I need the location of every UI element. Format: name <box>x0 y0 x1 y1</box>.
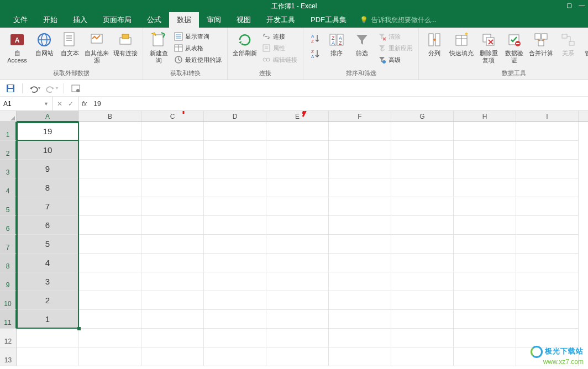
from-web-button[interactable]: 自网站 <box>32 30 56 58</box>
tab-formulas[interactable]: 公式 <box>139 12 169 28</box>
cell-H10[interactable] <box>454 291 516 310</box>
cell-E7[interactable] <box>266 235 329 254</box>
cell-B10[interactable] <box>79 291 141 310</box>
cell-B6[interactable] <box>79 216 141 235</box>
cell-D8[interactable] <box>204 254 266 272</box>
cell-G13[interactable] <box>391 347 454 366</box>
cell-G12[interactable] <box>391 329 454 347</box>
touch-mode-button[interactable] <box>70 82 82 94</box>
cell-E6[interactable] <box>266 216 329 235</box>
cell-C9[interactable] <box>141 272 204 291</box>
from-other-sources-button[interactable]: 自其他来源 <box>83 30 111 65</box>
cell-B8[interactable] <box>79 254 141 272</box>
cell-I10[interactable] <box>516 291 579 310</box>
cell-I7[interactable] <box>516 235 579 254</box>
tab-view[interactable]: 视图 <box>229 12 259 28</box>
cell-B2[interactable] <box>79 141 141 160</box>
undo-button[interactable]: ▾ <box>28 82 40 94</box>
existing-connections-button[interactable]: 现有连接 <box>112 30 139 58</box>
cell-B11[interactable] <box>79 310 141 329</box>
cell-A1[interactable]: 19 <box>17 122 79 141</box>
cell-F12[interactable] <box>329 329 391 347</box>
relationships-button[interactable]: 关系 <box>556 30 580 58</box>
cell-B12[interactable] <box>79 329 141 347</box>
row-header-1[interactable]: 1 <box>0 122 17 141</box>
text-to-columns-button[interactable]: 分列 <box>422 30 447 58</box>
cell-H7[interactable] <box>454 235 516 254</box>
cell-C13[interactable] <box>141 347 204 366</box>
tab-pdf-tools[interactable]: PDF工具集 <box>303 12 354 28</box>
cell-D1[interactable] <box>204 122 266 141</box>
cell-F4[interactable] <box>329 178 391 197</box>
tell-me-search[interactable]: 💡 告诉我您想要做什么... <box>354 12 437 28</box>
tab-review[interactable]: 审阅 <box>199 12 229 28</box>
minimize-icon[interactable]: — <box>579 2 585 9</box>
cell-H13[interactable] <box>454 347 516 366</box>
row-header-10[interactable]: 10 <box>0 291 17 310</box>
row-header-13[interactable]: 13 <box>0 347 17 366</box>
row-header-2[interactable]: 2 <box>0 141 17 160</box>
cell-E4[interactable] <box>266 178 329 197</box>
row-header-12[interactable]: 12 <box>0 329 17 347</box>
cell-I1[interactable] <box>516 122 579 141</box>
cell-A9[interactable]: 3 <box>17 272 79 291</box>
cell-C5[interactable] <box>141 197 204 216</box>
cell-F7[interactable] <box>329 235 391 254</box>
tab-home[interactable]: 开始 <box>35 12 65 28</box>
cell-B4[interactable] <box>79 178 141 197</box>
cell-F9[interactable] <box>329 272 391 291</box>
row-header-11[interactable]: 11 <box>0 310 17 329</box>
cell-G9[interactable] <box>391 272 454 291</box>
cell-F8[interactable] <box>329 254 391 272</box>
cell-A6[interactable]: 6 <box>17 216 79 235</box>
cell-D4[interactable] <box>204 178 266 197</box>
cell-I9[interactable] <box>516 272 579 291</box>
cell-H4[interactable] <box>454 178 516 197</box>
refresh-all-button[interactable]: 全部刷新 <box>231 30 259 58</box>
cell-A12[interactable] <box>17 329 79 347</box>
ribbon-display-icon[interactable]: ▢ <box>566 2 572 9</box>
cell-C4[interactable] <box>141 178 204 197</box>
cell-I2[interactable] <box>516 141 579 160</box>
cell-I11[interactable] <box>516 310 579 329</box>
tab-developer[interactable]: 开发工具 <box>259 12 303 28</box>
from-text-button[interactable]: 自文本 <box>57 30 82 58</box>
sort-ascending-button[interactable]: AZ <box>309 32 321 44</box>
advanced-filter-button[interactable]: 高级 <box>375 54 415 65</box>
cell-C7[interactable] <box>141 235 204 254</box>
column-header-I[interactable]: I <box>516 111 579 122</box>
accept-formula-button[interactable]: ✓ <box>68 100 74 108</box>
cell-A7[interactable]: 5 <box>17 235 79 254</box>
column-header-B[interactable]: B <box>79 111 141 122</box>
chevron-down-icon[interactable]: ▼ <box>44 101 49 107</box>
cell-H6[interactable] <box>454 216 516 235</box>
cell-C1[interactable] <box>141 122 204 141</box>
sort-button[interactable]: ZAAZ 排序 <box>324 30 349 58</box>
cell-C11[interactable] <box>141 310 204 329</box>
cell-H5[interactable] <box>454 197 516 216</box>
cell-E2[interactable] <box>266 141 329 160</box>
cell-E5[interactable] <box>266 197 329 216</box>
cell-A8[interactable]: 4 <box>17 254 79 272</box>
cell-G2[interactable] <box>391 141 454 160</box>
cell-D11[interactable] <box>204 310 266 329</box>
cell-E3[interactable] <box>266 160 329 178</box>
cell-I8[interactable] <box>516 254 579 272</box>
cell-I5[interactable] <box>516 197 579 216</box>
cell-H11[interactable] <box>454 310 516 329</box>
cell-C3[interactable] <box>141 160 204 178</box>
column-header-D[interactable]: D <box>204 111 266 122</box>
row-header-6[interactable]: 6 <box>0 216 17 235</box>
cell-D9[interactable] <box>204 272 266 291</box>
cell-D13[interactable] <box>204 347 266 366</box>
cell-F13[interactable] <box>329 347 391 366</box>
name-box[interactable]: A1 ▼ <box>0 97 53 110</box>
filter-button[interactable]: 筛选 <box>350 30 374 58</box>
data-validation-button[interactable]: 数据验证 <box>502 30 526 65</box>
recent-sources-button[interactable]: 最近使用的源 <box>172 54 224 65</box>
worksheet[interactable]: ABCDEFGHI 12345678910111213 191098765432… <box>0 111 588 369</box>
from-table-button[interactable]: 从表格 <box>172 43 224 54</box>
cell-D2[interactable] <box>204 141 266 160</box>
cell-E11[interactable] <box>266 310 329 329</box>
column-header-G[interactable]: G <box>391 111 454 122</box>
